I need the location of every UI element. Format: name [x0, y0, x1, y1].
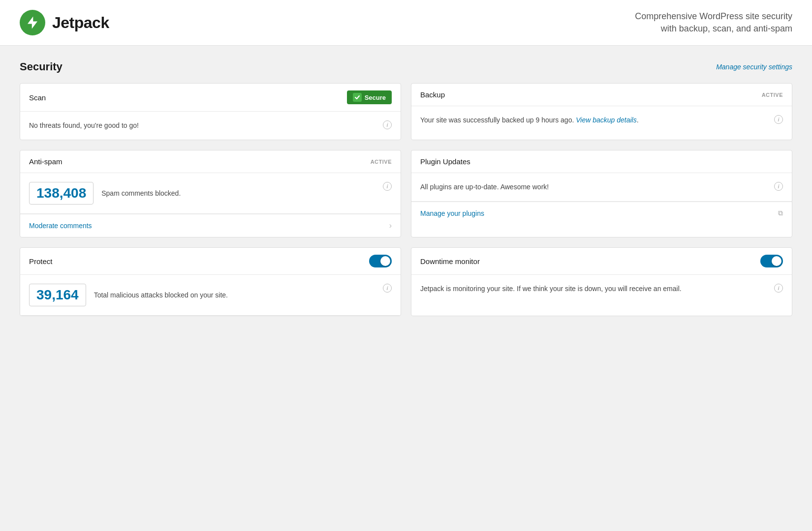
plugin-updates-body-text-row: All plugins are up-to-date. Awesome work… — [420, 182, 783, 192]
antispam-card-title: Anti-spam — [29, 157, 62, 166]
plugin-updates-card-title: Plugin Updates — [420, 157, 470, 166]
antispam-body-text-row: 138,408 Spam comments blocked. i — [29, 182, 392, 205]
protect-card-title: Protect — [29, 257, 53, 266]
plugin-updates-card-body: All plugins are up-to-date. Awesome work… — [411, 173, 792, 202]
moderate-comments-link[interactable]: Moderate comments — [29, 222, 92, 230]
protect-card-header: Protect — [20, 248, 401, 275]
scan-card-body: No threats found, you're good to go! i — [20, 112, 401, 140]
manage-security-link[interactable]: Manage security settings — [716, 63, 792, 71]
manage-plugins-link[interactable]: Manage your plugins — [420, 209, 484, 217]
protect-info-icon[interactable]: i — [383, 284, 392, 293]
scan-card: Scan Secure No threats found, you're goo… — [20, 83, 401, 140]
downtime-card-header: Downtime monitor — [411, 248, 792, 275]
backup-body-text-row: Your site was successfully backed up 9 h… — [420, 115, 783, 125]
section-header: Security Manage security settings — [20, 60, 792, 73]
plugin-updates-card-header: Plugin Updates — [411, 150, 792, 173]
antispam-card-footer: Moderate comments › — [20, 214, 401, 237]
plugin-updates-body-text: All plugins are up-to-date. Awesome work… — [420, 182, 549, 192]
scan-card-title: Scan — [29, 93, 46, 102]
scan-body-text-row: No threats found, you're good to go! i — [29, 120, 392, 131]
antispam-card: Anti-spam ACTIVE 138,408 Spam comments b… — [20, 150, 401, 237]
antispam-number-area: 138,408 Spam comments blocked. — [29, 182, 181, 205]
downtime-card-title: Downtime monitor — [420, 257, 480, 266]
downtime-card-body: Jetpack is monitoring your site. If we t… — [411, 275, 792, 303]
backup-card-title: Backup — [420, 90, 445, 99]
backup-card: Backup ACTIVE Your site was successfully… — [411, 83, 792, 140]
plugin-updates-card-footer: Manage your plugins ⧉ — [411, 202, 792, 224]
protect-number-area: 39,164 Total malicious attacks blocked o… — [29, 284, 228, 306]
backup-body-text: Your site was successfully backed up 9 h… — [420, 115, 639, 125]
backup-card-body: Your site was successfully backed up 9 h… — [411, 106, 792, 134]
plugin-updates-card: Plugin Updates All plugins are up-to-dat… — [411, 150, 792, 237]
svg-marker-0 — [28, 17, 37, 29]
page-header: Jetpack Comprehensive WordPress site sec… — [0, 0, 812, 46]
external-link-icon: ⧉ — [778, 209, 783, 217]
logo-area: Jetpack — [20, 10, 109, 35]
backup-card-header: Backup ACTIVE — [411, 84, 792, 106]
protect-toggle[interactable] — [369, 255, 392, 267]
cards-grid: Scan Secure No threats found, you're goo… — [20, 83, 792, 316]
protect-card: Protect 39,164 Total malicious attacks b… — [20, 247, 401, 316]
view-backup-details-link[interactable]: View backup details — [576, 116, 636, 124]
protect-card-body: 39,164 Total malicious attacks blocked o… — [20, 275, 401, 316]
plugin-updates-info-icon[interactable]: i — [774, 182, 783, 191]
protect-body-text-row: 39,164 Total malicious attacks blocked o… — [29, 284, 392, 306]
downtime-body-text: Jetpack is monitoring your site. If we t… — [420, 284, 682, 294]
secure-label: Secure — [365, 94, 386, 101]
downtime-body-text-row: Jetpack is monitoring your site. If we t… — [420, 284, 783, 294]
header-tagline: Comprehensive WordPress site security wi… — [635, 10, 792, 35]
scan-secure-badge: Secure — [347, 90, 392, 104]
antispam-card-body: 138,408 Spam comments blocked. i — [20, 173, 401, 214]
antispam-card-header: Anti-spam ACTIVE — [20, 150, 401, 173]
downtime-card: Downtime monitor Jetpack is monitoring y… — [411, 247, 792, 316]
downtime-info-icon[interactable]: i — [774, 284, 783, 293]
logo-text: Jetpack — [52, 14, 109, 32]
protect-number-label: Total malicious attacks blocked on your … — [94, 291, 228, 299]
antispam-active-badge: ACTIVE — [371, 159, 392, 165]
backup-info-icon[interactable]: i — [774, 115, 783, 124]
main-content: Security Manage security settings Scan S… — [0, 46, 812, 331]
antispam-number: 138,408 — [29, 182, 94, 205]
jetpack-logo-icon — [20, 10, 45, 35]
scan-body-text: No threats found, you're good to go! — [29, 120, 139, 131]
section-title: Security — [20, 60, 62, 73]
scan-card-header: Scan Secure — [20, 84, 401, 112]
scan-info-icon[interactable]: i — [383, 120, 392, 129]
chevron-right-icon: › — [389, 221, 392, 230]
downtime-toggle[interactable] — [760, 255, 783, 267]
antispam-number-label: Spam comments blocked. — [101, 189, 181, 197]
check-icon — [353, 93, 362, 102]
antispam-info-icon[interactable]: i — [383, 182, 392, 191]
protect-number: 39,164 — [29, 284, 86, 306]
backup-active-badge: ACTIVE — [762, 92, 783, 98]
